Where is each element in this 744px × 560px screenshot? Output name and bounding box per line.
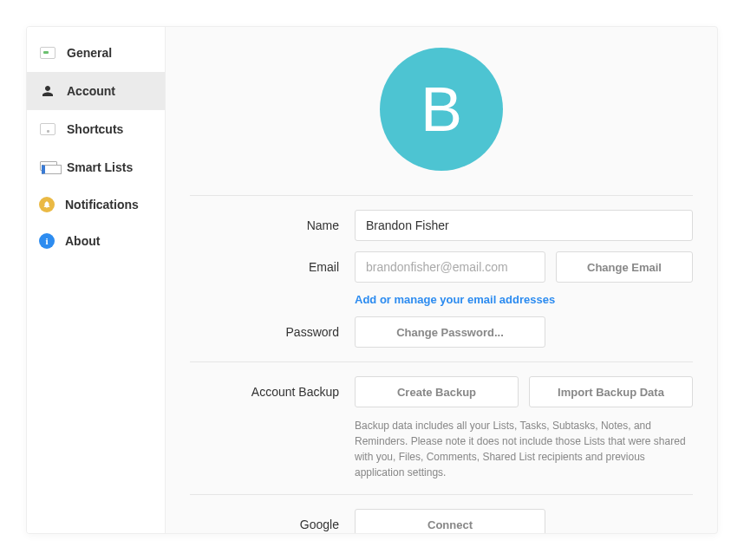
sidebar-item-label: General: [67, 46, 112, 60]
sidebar-item-label: About: [65, 234, 100, 248]
info-icon: i: [39, 233, 55, 249]
avatar[interactable]: B: [380, 48, 503, 171]
account-panel: B Name Email Change Email Add or m: [166, 27, 717, 533]
email-label: Email: [190, 260, 355, 274]
sidebar-item-account[interactable]: Account: [27, 72, 165, 110]
sidebar-item-smart-lists[interactable]: Smart Lists: [27, 148, 165, 186]
sidebar-item-shortcuts[interactable]: Shortcuts: [27, 110, 165, 148]
sidebar-item-label: Shortcuts: [67, 122, 123, 136]
keyboard-icon: [39, 120, 56, 138]
person-icon: [39, 82, 56, 100]
email-input[interactable]: [355, 251, 545, 283]
google-connect-button[interactable]: Connect: [355, 509, 545, 533]
settings-sidebar: General Account Shortcuts Smart Lists No…: [27, 27, 166, 533]
profile-section: Name Email Change Email Add or manage yo…: [190, 195, 693, 361]
backup-hint: Backup data includes all your Lists, Tas…: [355, 418, 693, 480]
sidebar-item-label: Account: [67, 84, 115, 98]
sidebar-item-about[interactable]: i About: [27, 223, 165, 259]
backup-section: Account Backup Create Backup Import Back…: [190, 361, 693, 494]
settings-window: General Account Shortcuts Smart Lists No…: [26, 26, 718, 534]
toggle-icon: [39, 44, 56, 62]
google-label: Google: [190, 518, 355, 531]
change-email-button[interactable]: Change Email: [556, 251, 693, 283]
manage-emails-link[interactable]: Add or manage your email addresses: [355, 293, 555, 306]
create-backup-button[interactable]: Create Backup: [355, 376, 519, 407]
lists-icon: [39, 159, 56, 176]
google-section: Google Connect: [190, 494, 693, 533]
avatar-container: B: [190, 42, 693, 195]
change-password-button[interactable]: Change Password...: [355, 316, 545, 348]
backup-label: Account Backup: [190, 385, 355, 399]
import-backup-button[interactable]: Import Backup Data: [529, 376, 693, 407]
sidebar-item-label: Notifications: [65, 198, 139, 212]
sidebar-item-notifications[interactable]: Notifications: [27, 186, 165, 223]
name-label: Name: [190, 218, 355, 232]
sidebar-item-label: Smart Lists: [67, 160, 133, 174]
sidebar-item-general[interactable]: General: [27, 34, 165, 72]
bell-icon: [39, 197, 55, 212]
name-input[interactable]: [355, 210, 693, 241]
password-label: Password: [190, 325, 355, 339]
